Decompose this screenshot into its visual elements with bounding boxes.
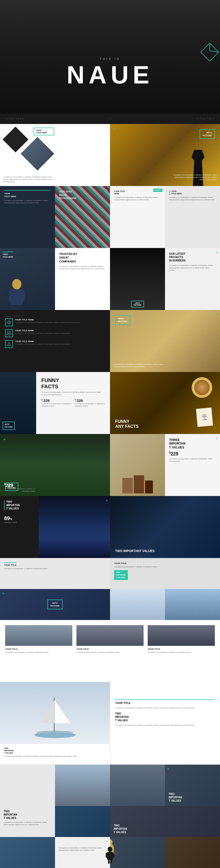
text-img-bg-label: TEXT WITHIMAGEBACKGROUND [55,186,110,204]
cover-title: NAUE [67,63,153,87]
svg-rect-27 [111,860,112,864]
svg-rect-26 [108,860,110,864]
slide13-bot: + A company is an association or collect… [0,837,220,868]
svg-rect-24 [106,853,109,858]
slide13-bot-center-right [110,837,165,868]
svg-line-3 [201,43,210,52]
svg-point-22 [108,846,112,852]
svg-line-2 [201,52,210,61]
slide-final-grid: TWOIMPORTANT VALUES A company is an asso… [0,806,220,868]
diamond-logo [199,42,220,63]
svg-rect-28 [113,852,117,854]
photographer-svg [102,845,118,865]
cover-subtitle: THIS IS [100,57,121,60]
svg-line-1 [210,52,219,61]
